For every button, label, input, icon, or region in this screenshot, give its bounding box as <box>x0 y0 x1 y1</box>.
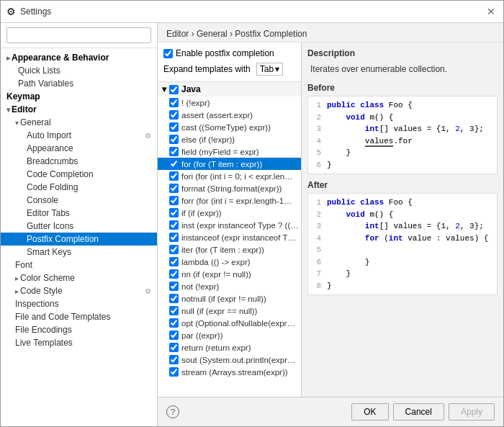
template-item-if[interactable]: if (if (expr)) <box>158 207 301 219</box>
template-item-lambda[interactable]: lambda (() -> expr) <box>158 256 301 268</box>
template-checkbox[interactable] <box>169 233 179 242</box>
search-input[interactable] <box>6 27 151 43</box>
before-section: Before 1 public class Foo { 2 void m() { <box>307 83 498 174</box>
cancel-button[interactable]: Cancel <box>393 403 444 421</box>
sidebar-item-live-templates[interactable]: Live Templates <box>1 336 157 349</box>
sidebar-item-editor[interactable]: ▾ Editor <box>1 103 157 116</box>
code-line-6: 6 } <box>311 256 494 269</box>
sidebar-item-code-completion[interactable]: Code Completion <box>1 168 157 181</box>
after-section: After 1 public class Foo { 2 void m() { <box>307 180 498 295</box>
template-item-sout[interactable]: sout (System.out.println(expr… <box>158 354 301 366</box>
sidebar-item-quick-lists[interactable]: Quick Lists <box>1 64 157 77</box>
sidebar-item-code-style[interactable]: ▸ Code Style ⚙ <box>1 284 157 297</box>
template-checkbox[interactable] <box>169 135 179 144</box>
template-checkbox[interactable] <box>169 122 179 132</box>
template-checkbox[interactable] <box>169 147 179 156</box>
line-number: 1 <box>311 197 321 209</box>
template-checkbox[interactable] <box>169 367 179 377</box>
expand-dropdown[interactable]: Tab ▾ <box>256 63 283 76</box>
close-button[interactable]: ✕ <box>485 5 498 18</box>
apply-button[interactable]: Apply <box>449 403 495 421</box>
help-button[interactable]: ? <box>166 405 179 418</box>
template-list: ▾ Java ! (!expr) assert (assert.expr) <box>158 81 301 394</box>
template-checkbox[interactable] <box>169 196 179 205</box>
ok-button[interactable]: OK <box>351 403 388 421</box>
template-label: stream (Arrays.stream(expr)) <box>181 368 288 377</box>
expand-row: Expand templates with Tab ▾ <box>163 63 295 76</box>
settings-icon: ⚙ <box>145 132 151 140</box>
sidebar-item-file-encodings[interactable]: File Encodings <box>1 323 157 336</box>
template-item-format[interactable]: format (String.format(expr)) <box>158 182 301 194</box>
template-item-not[interactable]: not (!expr) <box>158 280 301 292</box>
code-line-5: 5 <box>311 244 494 256</box>
sidebar-item-smart-keys[interactable]: Smart Keys <box>1 246 157 259</box>
sidebar-item-auto-import[interactable]: Auto Import ⚙ <box>1 129 157 142</box>
template-checkbox[interactable] <box>169 269 179 279</box>
template-checkbox[interactable] <box>169 245 179 254</box>
template-checkbox[interactable] <box>169 306 179 315</box>
template-label: else (if (!expr)) <box>181 135 235 144</box>
template-checkbox[interactable] <box>169 171 179 181</box>
template-item-else[interactable]: else (if (!expr)) <box>158 133 301 145</box>
sidebar-item-code-folding[interactable]: Code Folding <box>1 181 157 194</box>
template-checkbox[interactable] <box>169 184 179 193</box>
template-item-assert[interactable]: assert (assert.expr) <box>158 109 301 121</box>
template-item-not-expr[interactable]: ! (!expr) <box>158 96 301 109</box>
group-checkbox[interactable] <box>169 85 179 94</box>
template-item-cast[interactable]: cast ((SomeType) expr)) <box>158 121 301 133</box>
template-checkbox[interactable] <box>169 110 179 120</box>
template-item-par[interactable]: par ((expr)) <box>158 329 301 341</box>
template-checkbox[interactable] <box>169 294 179 303</box>
template-item-stream[interactable]: stream (Arrays.stream(expr)) <box>158 366 301 378</box>
code-line-1: 1 public class Foo { <box>311 99 494 112</box>
template-label: for (for (T item : expr)) <box>181 160 262 168</box>
sidebar-item-console[interactable]: Console <box>1 194 157 207</box>
template-checkbox[interactable] <box>169 159 179 168</box>
template-label: fori (for (int i = 0; i < expr.len… <box>181 172 293 181</box>
code-line-5: 5 } <box>311 147 494 159</box>
template-checkbox[interactable] <box>169 318 179 328</box>
sidebar-item-breadcrumbs[interactable]: Breadcrumbs <box>1 155 157 168</box>
sidebar-item-color-scheme[interactable]: ▸ Color Scheme <box>1 271 157 284</box>
template-item-iter[interactable]: iter (for (T item : expr)) <box>158 243 301 256</box>
sidebar-item-postfix-completion[interactable]: Postfix Completion <box>1 233 157 246</box>
code-line-6: 6 } <box>311 159 494 171</box>
sidebar-item-inspections[interactable]: Inspections <box>1 297 157 310</box>
template-item-notnull[interactable]: notnull (if (expr != null)) <box>158 292 301 305</box>
template-item-return[interactable]: return (return expr) <box>158 341 301 354</box>
template-checkbox[interactable] <box>169 282 179 291</box>
search-box <box>1 23 157 48</box>
sidebar-item-general[interactable]: ▾ General <box>1 116 157 129</box>
sidebar-item-gutter-icons[interactable]: Gutter Icons <box>1 220 157 233</box>
template-label: assert (assert.expr) <box>181 111 253 120</box>
sidebar-item-keymap[interactable]: Keymap <box>1 90 157 103</box>
template-item-fori[interactable]: fori (for (int i = 0; i < expr.len… <box>158 170 301 182</box>
enable-postfix-label: Enable postfix completion <box>176 48 274 58</box>
sidebar-item-appearance[interactable]: Appearance <box>1 142 157 155</box>
sidebar-item-editor-tabs[interactable]: Editor Tabs <box>1 207 157 220</box>
main-content: Enable postfix completion Expand templat… <box>158 42 503 397</box>
template-checkbox[interactable] <box>169 343 179 352</box>
sidebar-item-path-variables[interactable]: Path Variables <box>1 77 157 90</box>
template-item-inst[interactable]: inst (expr instanceof Type ? ((… <box>158 219 301 231</box>
template-item-instanceof[interactable]: instanceof (expr instanceof T… <box>158 231 301 243</box>
sidebar-item-appearance-behavior[interactable]: ▸ Appearance & Behavior <box>1 51 157 64</box>
expand-value: Tab <box>260 64 274 74</box>
sidebar-item-font[interactable]: Font <box>1 259 157 271</box>
template-item-field[interactable]: field (myField = expr) <box>158 145 301 158</box>
template-checkbox[interactable] <box>169 257 179 266</box>
enable-postfix-checkbox[interactable] <box>163 49 173 58</box>
template-checkbox[interactable] <box>169 98 179 107</box>
template-checkbox[interactable] <box>169 220 179 230</box>
template-item-null[interactable]: null (if (expr == null)) <box>158 305 301 317</box>
template-item-nn[interactable]: nn (if (expr != null)) <box>158 268 301 280</box>
template-item-for[interactable]: for (for (T item : expr)) <box>158 158 301 170</box>
template-checkbox[interactable] <box>169 355 179 364</box>
template-checkbox[interactable] <box>169 331 179 340</box>
template-checkbox[interactable] <box>169 208 179 217</box>
settings-window: ⚙ Settings ✕ ▸ Appearance & Behavior Qui… <box>0 0 504 427</box>
template-item-opt[interactable]: opt (Optional.ofNullable(expr… <box>158 317 301 329</box>
line-number: 4 <box>311 233 321 245</box>
sidebar-item-file-code-templates[interactable]: File and Code Templates <box>1 310 157 323</box>
template-item-forr[interactable]: forr (for (int i = expr.length-1… <box>158 194 301 207</box>
